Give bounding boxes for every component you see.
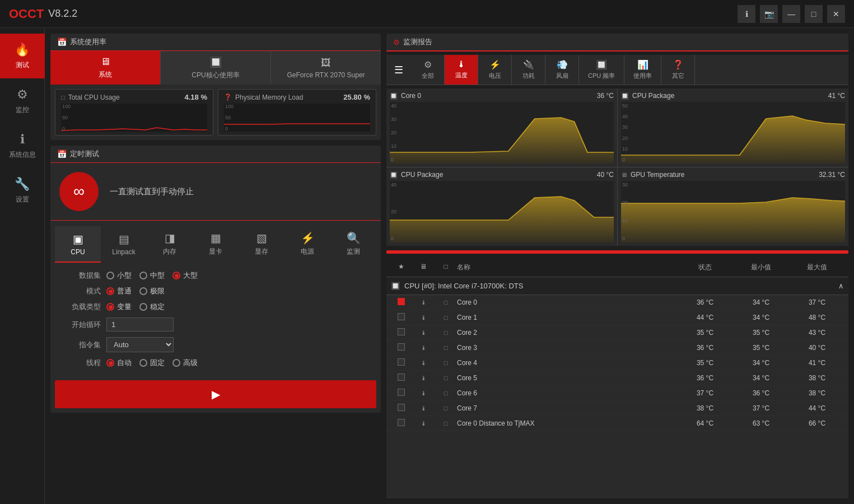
row-name-3: Core 3	[457, 344, 677, 352]
tab-cpu-cores[interactable]: 🔲 CPU核心使用率	[161, 51, 271, 85]
checkbox-6[interactable]	[398, 389, 405, 396]
test-type-memory[interactable]: ◨ 内存	[147, 226, 193, 263]
tab-all[interactable]: ⚙ 全部	[411, 55, 445, 85]
checkbox-7[interactable]	[398, 404, 405, 411]
instruction-set-row: 指令集 Auto	[62, 337, 370, 352]
timed-test-body: ∞ 一直测试直到手动停止	[50, 163, 381, 220]
dataset-large[interactable]: 大型	[172, 270, 198, 281]
sidebar-item-monitor[interactable]: ⚙ 监控	[0, 78, 45, 123]
test-type-display[interactable]: ▦ 显卡	[193, 226, 239, 263]
sidebar-item-sysinfo[interactable]: ℹ 系统信息	[0, 123, 45, 168]
dataset-medium[interactable]: 中型	[139, 270, 165, 281]
thread-advanced[interactable]: 高级	[172, 358, 198, 368]
mode-normal-radio[interactable]	[106, 287, 114, 295]
mode-extreme[interactable]: 极限	[139, 286, 165, 296]
thread-fixed[interactable]: 固定	[139, 358, 165, 368]
thread-auto[interactable]: 自动	[106, 358, 132, 368]
minimize-button[interactable]: —	[782, 5, 800, 23]
table-scroll[interactable]: 🔲 CPU [#0]: Intel Core i7-10700K: DTS ∧ …	[386, 277, 848, 498]
info-button[interactable]: ℹ	[738, 5, 755, 23]
tab-system[interactable]: 🖥 系统	[50, 51, 161, 85]
col-min: 最小值	[733, 263, 789, 272]
memory-chart: 100 50 0	[224, 104, 370, 132]
test-type-cpu[interactable]: ▣ CPU	[55, 226, 101, 263]
start-button[interactable]: ▶	[55, 380, 376, 408]
row-name-0: Core 0	[457, 298, 677, 306]
fire-icon: 🔥	[15, 43, 30, 57]
mode-extreme-radio[interactable]	[139, 287, 147, 295]
checkbox-5[interactable]	[398, 374, 405, 381]
dataset-small[interactable]: 小型	[106, 270, 132, 281]
load-stable[interactable]: 稳定	[139, 302, 165, 312]
checkbox-4[interactable]	[398, 358, 405, 366]
load-variable-radio[interactable]	[106, 303, 114, 311]
checkbox-1[interactable]	[398, 313, 405, 320]
row-cb-8[interactable]	[390, 419, 412, 428]
cpu-type-icon: ▣	[73, 232, 83, 246]
display-type-icon: ▦	[211, 231, 221, 245]
test-type-power[interactable]: ⚡ 电源	[284, 226, 330, 263]
sidebar-item-test[interactable]: 🔥 测试	[0, 34, 45, 78]
load-variable[interactable]: 变量	[106, 302, 132, 312]
dataset-medium-radio[interactable]	[139, 272, 147, 279]
row-cb-6[interactable]	[390, 389, 412, 398]
infinity-button[interactable]: ∞	[59, 172, 99, 211]
dataset-large-radio[interactable]	[172, 272, 180, 279]
row-monitor-4: □	[435, 359, 457, 367]
close-button[interactable]: ✕	[827, 5, 845, 23]
checkbox-0[interactable]	[398, 298, 405, 305]
row-thermometer-6: 🌡	[412, 389, 435, 397]
graph-icon2: 🔲	[621, 92, 629, 100]
table-group-header: 🔲 CPU [#0]: Intel Core i7-10700K: DTS ∧	[386, 277, 848, 295]
sidebar-item-settings[interactable]: 🔧 设置	[0, 168, 45, 213]
row-cb-1[interactable]	[390, 313, 412, 322]
row-cb-7[interactable]	[390, 404, 412, 413]
maximize-button[interactable]: □	[805, 5, 823, 23]
row-cb-4[interactable]	[390, 358, 412, 367]
sidebar: 🔥 测试 ⚙ 监控 ℹ 系统信息 🔧 设置	[0, 28, 45, 504]
tab-fan[interactable]: 💨 风扇	[545, 55, 579, 85]
collapse-icon[interactable]: ∧	[838, 282, 844, 290]
tab-other[interactable]: ❓ 其它	[661, 55, 695, 85]
test-type-vram[interactable]: ▧ 显存	[239, 226, 284, 263]
graph-cpu-package2-title: 🔲 CPU Package 40 °C	[390, 171, 614, 179]
test-type-linpack[interactable]: ▤ Linpack	[101, 226, 147, 263]
row-name-8: Core 0 Distance to TjMAX	[457, 419, 677, 427]
thread-fixed-radio[interactable]	[139, 359, 147, 367]
scroll-indicator[interactable]	[386, 250, 848, 254]
load-stable-radio[interactable]	[139, 303, 147, 311]
row-cb-3[interactable]	[390, 343, 412, 352]
instruction-set-select[interactable]: Auto	[106, 337, 174, 352]
tab-usage[interactable]: 📊 使用率	[624, 55, 661, 85]
tab-gpu[interactable]: 🖼 GeForce RTX 2070 Super	[271, 51, 381, 85]
memory-metric-header: ❓ Physical Memory Load 25.80 %	[224, 93, 370, 101]
tab-power[interactable]: 🔌 功耗	[512, 55, 545, 85]
content-area: 📅 系统使用率 🖥 系统 🔲 CPU核心使用率 🖼 GeForce RTX 20…	[45, 28, 854, 504]
dataset-small-radio[interactable]	[106, 272, 114, 279]
graph-cpu-package2-area: 40 20 0	[390, 181, 614, 242]
screenshot-button[interactable]: 📷	[760, 5, 778, 23]
checkbox-3[interactable]	[398, 343, 405, 351]
graph-cpu-package1-area: 50 40 30 20 10 0	[621, 102, 845, 164]
row-max-8: 66 °C	[789, 419, 845, 427]
tab-temperature[interactable]: 🌡 温度	[445, 55, 478, 85]
mode-normal[interactable]: 普通	[106, 286, 132, 296]
thread-advanced-radio[interactable]	[172, 359, 180, 367]
row-cb-0[interactable]	[390, 298, 412, 307]
row-cb-5[interactable]	[390, 374, 412, 382]
menu-button[interactable]: ☰	[386, 55, 411, 85]
checkbox-2[interactable]	[398, 328, 405, 335]
test-type-monitor[interactable]: 🔍 监测	[330, 226, 376, 263]
row-cb-2[interactable]	[390, 328, 412, 337]
row-thermometer-5: 🌡	[412, 374, 435, 382]
graph-core0: 🔲 Core 0 36 °C 40 30 20 10 0	[386, 88, 617, 167]
row-monitor-7: □	[435, 404, 457, 412]
start-cycle-input[interactable]	[106, 318, 174, 332]
checkbox-8[interactable]	[398, 419, 405, 426]
tab-cpu-freq[interactable]: 🔲 CPU 频率	[579, 55, 624, 85]
row-max-7: 44 °C	[789, 404, 845, 412]
tab-voltage[interactable]: ⚡ 电压	[478, 55, 512, 85]
thread-auto-radio[interactable]	[106, 359, 114, 367]
dataset-radio-group: 小型 中型 大型	[106, 270, 198, 281]
wrench-icon: 🔧	[15, 177, 30, 192]
